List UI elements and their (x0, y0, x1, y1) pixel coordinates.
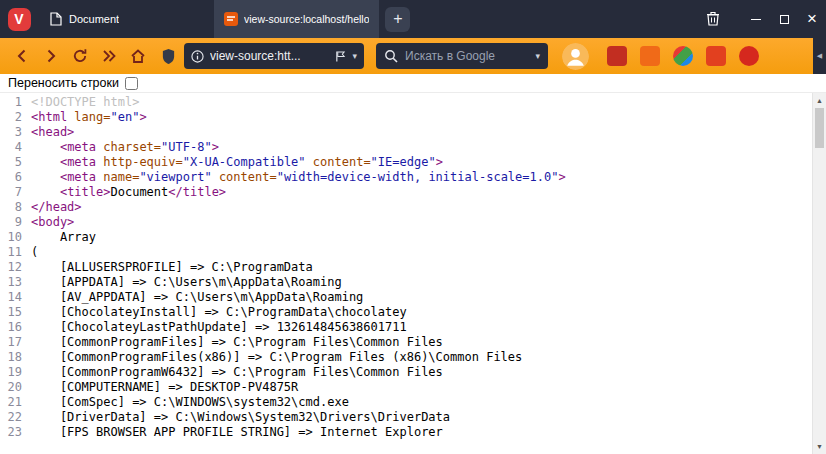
site-info-icon[interactable] (191, 50, 204, 63)
bookmark-flag-icon[interactable] (335, 50, 346, 63)
code-text: [AV_APPDATA] => C:\Users\m\AppData\Roami… (31, 290, 363, 305)
line-number: 16 (0, 320, 22, 335)
extension-button-1[interactable] (607, 46, 627, 66)
extension-button-4[interactable] (706, 46, 726, 66)
back-button[interactable] (8, 43, 35, 70)
fast-forward-button[interactable] (95, 43, 122, 70)
vivaldi-logo-icon: V (8, 8, 31, 31)
home-icon (130, 48, 146, 64)
reload-button[interactable] (66, 43, 93, 70)
source-line: 3<head> (0, 125, 812, 140)
search-dropdown-button[interactable]: ▾ (535, 51, 540, 61)
code-text: [CommonProgramFiles] => C:\Program Files… (31, 335, 443, 350)
tab-title: Document (69, 13, 119, 25)
trash-icon (706, 11, 720, 27)
minimize-button[interactable] (742, 0, 770, 38)
address-bar[interactable]: view-source:htt... ▾ (184, 43, 364, 69)
source-line: 11( (0, 245, 812, 260)
source-line: 8</head> (0, 200, 812, 215)
source-line: 21 [ComSpec] => C:\WINDOWS\system32\cmd.… (0, 395, 812, 410)
search-placeholder: Искать в Google (405, 49, 528, 63)
source-line: 6 <meta name="viewport" content="width=d… (0, 170, 812, 185)
code-text: </head> (31, 200, 82, 215)
line-number: 2 (0, 110, 22, 125)
new-tab-button[interactable]: + (385, 7, 410, 32)
scroll-up-button[interactable]: ▲ (813, 94, 826, 107)
code-text: [ComSpec] => C:\WINDOWS\system32\cmd.exe (31, 395, 349, 410)
code-text: <meta charset="UTF-8"> (31, 140, 219, 155)
code-text: <title>Document</title> (31, 185, 226, 200)
line-number: 21 (0, 395, 22, 410)
line-number: 15 (0, 305, 22, 320)
code-text: [CommonProgramW6432] => C:\Program Files… (31, 365, 443, 380)
search-icon (384, 49, 398, 63)
source-line: 9<body> (0, 215, 812, 230)
line-number: 23 (0, 425, 22, 440)
maximize-button[interactable] (770, 0, 798, 38)
code-text: <!DOCTYPE html> (31, 95, 139, 110)
code-text: <meta name="viewport" content="width=dev… (31, 170, 566, 185)
line-number: 20 (0, 380, 22, 395)
extension-button-2[interactable] (640, 46, 660, 66)
browser-window: V Document view-source:localhost/hello + (0, 0, 826, 454)
close-button[interactable]: × (798, 0, 826, 38)
vivaldi-menu-button[interactable]: V (0, 0, 38, 38)
line-number: 10 (0, 230, 22, 245)
line-number: 1 (0, 95, 22, 110)
document-page-icon (50, 12, 62, 26)
line-number: 7 (0, 185, 22, 200)
code-text: [ChocolateyInstall] => C:\ProgramData\ch… (31, 305, 407, 320)
source-line: 12 [ALLUSERSPROFILE] => C:\ProgramData (0, 260, 812, 275)
source-line: 1<!DOCTYPE html> (0, 95, 812, 110)
source-line: 20 [COMPUTERNAME] => DESKTOP-PV4875R (0, 380, 812, 395)
source-line: 16 [ChocolateyLastPathUpdate] => 1326148… (0, 320, 812, 335)
code-text: <meta http-equiv="X-UA-Compatible" conte… (31, 155, 443, 170)
shield-badge-button[interactable] (161, 48, 176, 65)
reload-icon (72, 48, 88, 64)
profile-avatar-icon (562, 43, 589, 70)
navigation-toolbar: view-source:htt... ▾ Искать в Google ▾ (0, 38, 826, 74)
source-line: 22 [DriverData] => C:\Windows\System32\D… (0, 410, 812, 425)
source-line: 15 [ChocolateyInstall] => C:\ProgramData… (0, 305, 812, 320)
trash-button[interactable] (698, 0, 728, 38)
source-view: 1<!DOCTYPE html>2<html lang="en">3<head>… (0, 93, 812, 454)
source-line: 4 <meta charset="UTF-8"> (0, 140, 812, 155)
line-number: 17 (0, 335, 22, 350)
shield-icon (161, 48, 176, 65)
scroll-down-button[interactable]: ▼ (813, 440, 826, 453)
tab-view-source[interactable]: view-source:localhost/hello (214, 0, 379, 38)
source-line: 5 <meta http-equiv="X-UA-Compatible" con… (0, 155, 812, 170)
address-dropdown-button[interactable]: ▾ (352, 51, 357, 61)
code-text: <head> (31, 125, 74, 140)
code-text: [APPDATA] => C:\Users\m\AppData\Roaming (31, 275, 342, 290)
line-number: 19 (0, 365, 22, 380)
code-text: [DriverData] => C:\Windows\System32\Driv… (31, 410, 450, 425)
code-text: [CommonProgramFiles(x86)] => C:\Program … (31, 350, 522, 365)
source-line: 17 [CommonProgramFiles] => C:\Program Fi… (0, 335, 812, 350)
search-bar[interactable]: Искать в Google ▾ (376, 43, 548, 69)
extension-button-3[interactable] (673, 46, 693, 66)
code-text: [COMPUTERNAME] => DESKTOP-PV4875R (31, 380, 298, 395)
view-source-favicon (224, 12, 238, 26)
source-lines: 1<!DOCTYPE html>2<html lang="en">3<head>… (0, 95, 812, 440)
forward-button[interactable] (37, 43, 64, 70)
code-text: [ChocolateyLastPathUpdate] => 1326148456… (31, 320, 407, 335)
scrollbar[interactable]: ▲ ▼ (812, 93, 826, 454)
tab-title: view-source:localhost/hello (244, 13, 369, 25)
line-number: 22 (0, 410, 22, 425)
wrap-lines-checkbox[interactable] (125, 77, 138, 90)
forward-icon (43, 48, 59, 64)
wrap-lines-label: Переносить строки (8, 76, 119, 90)
home-button[interactable] (124, 43, 151, 70)
code-text: ( (31, 245, 38, 260)
scrollbar-thumb[interactable] (815, 108, 824, 148)
extension-button-5[interactable] (739, 46, 759, 66)
panel-toggle-button[interactable]: ◀ (813, 38, 826, 74)
panel-arrow-icon: ◀ (817, 52, 822, 60)
line-number: 18 (0, 350, 22, 365)
profile-button[interactable] (562, 43, 589, 70)
minimize-icon (751, 19, 761, 20)
source-line: 19 [CommonProgramW6432] => C:\Program Fi… (0, 365, 812, 380)
source-line: 18 [CommonProgramFiles(x86)] => C:\Progr… (0, 350, 812, 365)
tab-document[interactable]: Document (38, 0, 214, 38)
